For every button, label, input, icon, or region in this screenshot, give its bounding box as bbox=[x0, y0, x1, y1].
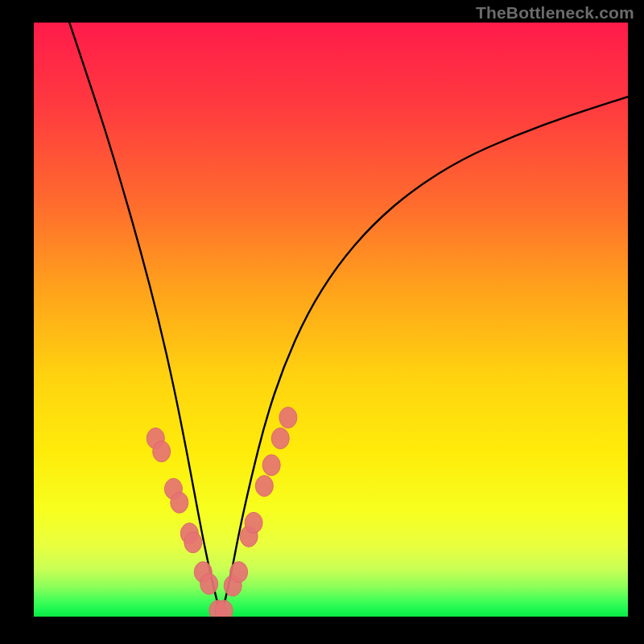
highlight-marker bbox=[245, 512, 262, 533]
highlight-marker-group bbox=[147, 407, 297, 617]
watermark-text: TheBottleneck.com bbox=[476, 3, 634, 23]
chart-frame: TheBottleneck.com bbox=[0, 0, 644, 644]
highlight-marker bbox=[200, 573, 218, 594]
highlight-marker bbox=[215, 601, 233, 617]
plot-area bbox=[34, 23, 628, 617]
highlight-marker bbox=[271, 428, 289, 449]
highlight-marker bbox=[279, 407, 297, 428]
chart-overlay bbox=[34, 23, 628, 617]
highlight-marker bbox=[171, 492, 188, 513]
highlight-marker bbox=[255, 476, 273, 497]
bottleneck-curve bbox=[69, 23, 628, 608]
highlight-marker bbox=[230, 562, 248, 583]
highlight-marker bbox=[262, 455, 280, 476]
highlight-marker bbox=[153, 441, 171, 462]
highlight-marker bbox=[184, 532, 202, 553]
